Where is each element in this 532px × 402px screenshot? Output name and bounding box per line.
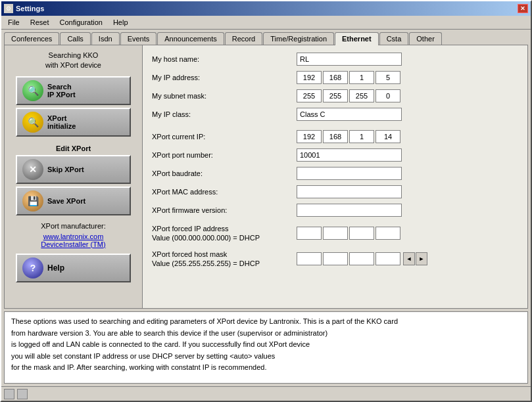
forced-ip-4[interactable] — [375, 227, 400, 240]
tab-other[interactable]: Other — [409, 32, 442, 45]
xport-firmware-label: XPort firmware version: — [152, 206, 297, 215]
help-icon: ? — [22, 257, 43, 279]
host-name-label: My host name: — [152, 55, 297, 64]
xport-port-input[interactable] — [297, 148, 402, 162]
xport-forced-mask-row: XPort forced host mask Value (255.255.25… — [152, 250, 518, 269]
host-name-row: My host name: — [152, 52, 518, 66]
tab-events[interactable]: Events — [120, 32, 157, 45]
menu-reset[interactable]: Reset — [26, 17, 53, 28]
edit-xport-label: Edit XPort — [56, 145, 91, 152]
ip-address-3[interactable] — [349, 71, 374, 84]
xport-forced-ip-label: XPort forced IP address Value (000.000.0… — [152, 224, 297, 243]
xport-baudrate-label: XPort baudrate: — [152, 169, 297, 178]
bottom-text: These options was used to searching and … — [11, 317, 398, 371]
save-xport-button[interactable]: 💾 Save XPort — [16, 187, 131, 215]
forced-ip-2[interactable] — [323, 227, 348, 240]
forced-mask-3[interactable] — [349, 252, 374, 265]
xport-mac-inputs — [297, 185, 402, 198]
skip-xport-button[interactable]: ✕ Skip XPort — [16, 155, 131, 184]
xport-ip-3[interactable] — [349, 130, 374, 143]
menu-file[interactable]: File — [4, 17, 24, 28]
tab-announcements[interactable]: Announcements — [157, 32, 224, 45]
save-icon: 💾 — [22, 190, 43, 212]
ip-address-1[interactable] — [297, 71, 322, 84]
xport-forced-ip-label-line1: XPort forced IP address — [152, 225, 229, 233]
subnet-mask-4[interactable] — [375, 89, 400, 102]
ip-address-inputs — [297, 71, 400, 84]
xport-port-row: XPort port number: — [152, 148, 518, 162]
help-button[interactable]: ? Help — [16, 254, 131, 282]
search-ip-xport-button[interactable]: 🔍 SearchIP XPort — [16, 76, 131, 105]
xport-mac-input[interactable] — [297, 185, 402, 198]
xport-firmware-input[interactable] — [297, 204, 402, 217]
xport-ip-4[interactable] — [375, 130, 400, 143]
subnet-mask-1[interactable] — [297, 89, 322, 102]
status-bar — [1, 386, 531, 401]
save-btn-label: Save XPort — [47, 197, 85, 205]
forced-mask-2[interactable] — [323, 252, 348, 265]
subnet-mask-2[interactable] — [323, 89, 348, 102]
right-panel: My host name: My IP address: My subnet m… — [143, 45, 527, 308]
forced-ip-3[interactable] — [349, 227, 374, 240]
ip-address-row: My IP address: — [152, 70, 518, 85]
xport-port-inputs — [297, 148, 402, 162]
tab-csta[interactable]: Csta — [379, 32, 409, 45]
skip-icon: ✕ — [22, 159, 43, 180]
help-btn-label: Help — [47, 263, 64, 273]
bottom-panel: These options was used to searching and … — [4, 311, 528, 384]
ip-address-2[interactable] — [323, 71, 348, 84]
xport-firmware-row: XPort firmware version: — [152, 203, 518, 217]
xport-baudrate-input[interactable] — [297, 167, 402, 180]
tab-ethernet[interactable]: Ethernet — [335, 32, 379, 45]
manufacturer-link1[interactable]: www.lantronix.com — [43, 233, 104, 240]
menu-configuration[interactable]: Configuration — [55, 17, 106, 28]
close-button[interactable]: ✕ — [518, 4, 528, 13]
ip-class-input[interactable] — [297, 108, 402, 121]
xport-forced-mask-inputs: ◄ ► — [297, 252, 427, 265]
main-content: Searching KKO with XPort device 🔍 Search… — [4, 45, 528, 309]
xport-current-ip-label: XPort current IP: — [152, 132, 297, 141]
subnet-mask-row: My subnet mask: — [152, 89, 518, 103]
window-title: Settings — [16, 5, 44, 12]
title-bar: ⚙ Settings ✕ — [1, 1, 531, 16]
manufacturer-link2[interactable]: DeviceInstaller (TM) — [41, 240, 105, 248]
tab-record[interactable]: Record — [225, 32, 262, 45]
forced-ip-1[interactable] — [297, 227, 322, 240]
tab-isdn[interactable]: Isdn — [91, 32, 120, 45]
ip-class-row: My IP class: — [152, 107, 518, 122]
manufacturer-label: XPort manufacturer: — [41, 222, 105, 230]
tab-calls[interactable]: Calls — [60, 32, 90, 45]
search-icon: 🔍 — [22, 80, 43, 101]
xport-mac-row: XPort MAC address: — [152, 185, 518, 199]
xport-ip-1[interactable] — [297, 130, 322, 143]
status-icon-1 — [4, 389, 14, 399]
ip-address-label: My IP address: — [152, 73, 297, 82]
initialize-icon: 🔍 — [22, 112, 43, 133]
host-name-inputs — [297, 53, 402, 66]
initialize-btn-label: XPortinitialize — [47, 114, 76, 130]
nav-next-button[interactable]: ► — [416, 252, 427, 265]
search-header: Searching KKO with XPort device — [45, 51, 101, 71]
xport-ip-2[interactable] — [323, 130, 348, 143]
xport-forced-mask-label-line1: XPort forced host mask — [152, 250, 227, 258]
search-header-line1: Searching KKO — [49, 51, 99, 59]
xport-baudrate-row: XPort baudrate: — [152, 166, 518, 181]
main-window: ⚙ Settings ✕ File Reset Configuration He… — [0, 0, 532, 402]
xport-initialize-button[interactable]: 🔍 XPortinitialize — [16, 108, 131, 137]
xport-forced-mask-label: XPort forced host mask Value (255.255.25… — [152, 250, 297, 269]
host-name-input[interactable] — [297, 53, 402, 66]
nav-prev-button[interactable]: ◄ — [403, 252, 415, 265]
subnet-mask-3[interactable] — [349, 89, 374, 102]
tab-time-registration[interactable]: Time/Registration — [263, 32, 334, 45]
xport-forced-ip-row: XPort forced IP address Value (000.000.0… — [152, 224, 518, 243]
manufacturer-section: XPort manufacturer: — [41, 222, 105, 230]
xport-mac-label: XPort MAC address: — [152, 187, 297, 196]
menu-help[interactable]: Help — [109, 17, 132, 28]
forced-mask-1[interactable] — [297, 252, 322, 265]
subnet-mask-label: My subnet mask: — [152, 91, 297, 100]
menu-bar: File Reset Configuration Help — [1, 16, 531, 30]
title-bar-left: ⚙ Settings — [4, 4, 44, 13]
forced-mask-4[interactable] — [375, 252, 400, 265]
ip-address-4[interactable] — [375, 71, 400, 84]
tab-conferences[interactable]: Conferences — [4, 32, 59, 45]
